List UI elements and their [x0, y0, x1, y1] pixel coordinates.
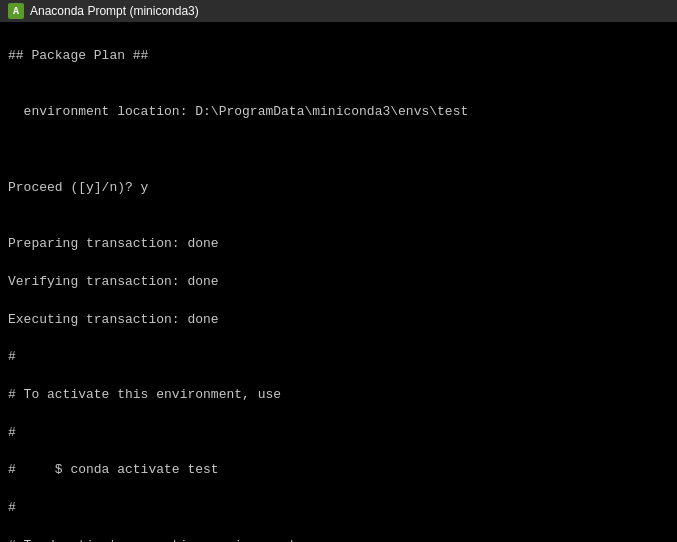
terminal-line-12: # To activate this environment, use	[8, 386, 669, 405]
terminal-line-1: ## Package Plan ##	[8, 47, 669, 66]
terminal-line-8: Preparing transaction: done	[8, 235, 669, 254]
title-bar-icon: A	[8, 3, 24, 19]
terminal-line-10: Executing transaction: done	[8, 311, 669, 330]
terminal-line-13: #	[8, 424, 669, 443]
anaconda-icon-letter: A	[13, 6, 19, 17]
terminal-line-11: #	[8, 348, 669, 367]
terminal-line-16: # To deactivate an active environment, u…	[8, 537, 669, 542]
terminal-line-15: #	[8, 499, 669, 518]
title-bar-text: Anaconda Prompt (miniconda3)	[30, 4, 199, 18]
title-bar: A Anaconda Prompt (miniconda3)	[0, 0, 677, 22]
terminal-line-14: # $ conda activate test	[8, 461, 669, 480]
terminal-line-3: environment location: D:\ProgramData\min…	[8, 103, 669, 122]
terminal-window[interactable]: ## Package Plan ## environment location:…	[0, 22, 677, 542]
terminal-line-9: Verifying transaction: done	[8, 273, 669, 292]
terminal-line-6: Proceed ([y]/n)? y	[8, 179, 669, 198]
